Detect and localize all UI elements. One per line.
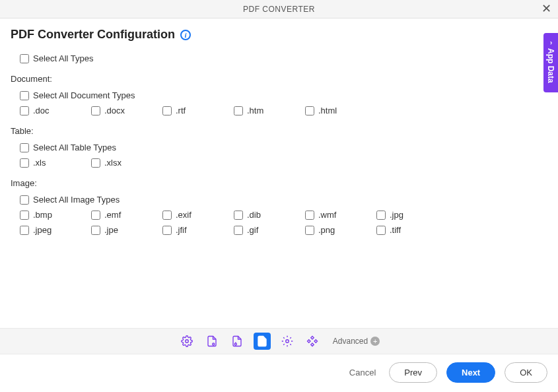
- type-label[interactable]: .bmp: [33, 210, 52, 220]
- ok-button[interactable]: OK: [505, 362, 547, 383]
- prev-button[interactable]: Prev: [389, 362, 437, 383]
- type-jpeg-checkbox[interactable]: [20, 226, 29, 235]
- page-title-text: PDF Converter Configuration: [11, 28, 175, 42]
- document-section-label: Document:: [11, 74, 547, 84]
- type-item: .wmf: [305, 210, 376, 220]
- svg-point-0: [186, 340, 189, 343]
- type-label[interactable]: .doc: [33, 106, 50, 115]
- type-label[interactable]: .png: [318, 225, 335, 235]
- type-label[interactable]: .rtf: [176, 106, 186, 115]
- type-label[interactable]: .xls: [33, 158, 46, 168]
- component-icon[interactable]: [304, 333, 321, 350]
- document-types-grid: .doc .docx .rtf .htm .html: [20, 106, 547, 115]
- dialog-title: PDF CONVERTER: [243, 5, 315, 14]
- type-label[interactable]: .emf: [104, 210, 121, 220]
- type-label[interactable]: .tiff: [390, 225, 401, 235]
- type-item: .docx: [91, 106, 162, 115]
- type-label[interactable]: .jpe: [104, 225, 118, 235]
- select-all-table-row: Select All Table Types: [20, 143, 547, 152]
- page-title: PDF Converter Configuration i: [11, 28, 547, 42]
- type-jpe-checkbox[interactable]: [91, 226, 100, 235]
- dialog-header: PDF CONVERTER ✕: [0, 0, 558, 18]
- close-icon[interactable]: ✕: [541, 3, 551, 15]
- select-all-table-checkbox[interactable]: [20, 143, 29, 152]
- type-dib-checkbox[interactable]: [234, 211, 243, 220]
- file-gear-icon[interactable]: [203, 333, 221, 350]
- type-exif-checkbox[interactable]: [162, 211, 172, 220]
- type-rtf-checkbox[interactable]: [162, 106, 172, 115]
- type-item: .xlsx: [91, 158, 162, 168]
- type-label[interactable]: .gif: [247, 225, 258, 235]
- gear-icon[interactable]: [178, 333, 195, 350]
- type-label[interactable]: .exif: [176, 210, 192, 220]
- type-item: .doc: [20, 106, 91, 115]
- select-all-types-checkbox[interactable]: [20, 54, 29, 63]
- type-label[interactable]: .docx: [104, 106, 125, 115]
- type-item: .gif: [234, 225, 305, 235]
- type-jpg-checkbox[interactable]: [376, 211, 386, 220]
- type-item: .emf: [91, 210, 162, 220]
- select-all-types-row: Select All Types: [20, 53, 547, 63]
- type-item: .html: [305, 106, 376, 115]
- file-settings-icon[interactable]: [228, 333, 246, 350]
- type-jfif-checkbox[interactable]: [162, 226, 172, 235]
- type-emf-checkbox[interactable]: [91, 211, 100, 220]
- select-all-image-label[interactable]: Select All Image Types: [33, 195, 120, 205]
- type-item: .jfif: [162, 225, 234, 235]
- type-xls-checkbox[interactable]: [20, 158, 29, 168]
- type-label[interactable]: .dib: [247, 210, 261, 220]
- type-htm-checkbox[interactable]: [234, 106, 243, 115]
- advanced-toggle[interactable]: Advanced +: [333, 337, 380, 346]
- bottom-section: PDF Advanced + Cancel Prev Next OK: [0, 328, 558, 392]
- type-docx-checkbox[interactable]: [91, 106, 100, 115]
- select-all-image-checkbox[interactable]: [20, 195, 29, 205]
- type-wmf-checkbox[interactable]: [305, 211, 314, 220]
- info-icon[interactable]: i: [180, 30, 191, 40]
- type-item: .jpg: [376, 210, 448, 220]
- svg-point-1: [213, 343, 215, 345]
- select-all-document-label[interactable]: Select All Document Types: [33, 90, 135, 100]
- type-label[interactable]: .jfif: [176, 225, 187, 235]
- svg-text:PDF: PDF: [260, 342, 265, 344]
- svg-point-4: [286, 340, 289, 343]
- type-item: .xls: [20, 158, 91, 168]
- gear-small-icon[interactable]: [279, 333, 296, 350]
- type-item: .bmp: [20, 210, 91, 220]
- type-label[interactable]: .xlsx: [104, 158, 122, 168]
- select-all-table-label[interactable]: Select All Table Types: [33, 143, 116, 152]
- type-item: .dib: [234, 210, 305, 220]
- type-label[interactable]: .wmf: [318, 210, 336, 220]
- type-gif-checkbox[interactable]: [234, 226, 243, 235]
- image-section-label: Image:: [11, 178, 547, 188]
- select-all-types-label[interactable]: Select All Types: [33, 53, 94, 63]
- type-label[interactable]: .htm: [247, 106, 263, 115]
- type-item: .exif: [162, 210, 234, 220]
- image-types-grid: .bmp .emf .exif .dib .wmf .jpg .jpeg .j: [20, 210, 547, 235]
- dialog-footer: Cancel Prev Next OK: [0, 354, 558, 392]
- type-label[interactable]: .jpeg: [33, 225, 52, 235]
- cancel-button[interactable]: Cancel: [349, 368, 376, 377]
- type-xlsx-checkbox[interactable]: [91, 158, 100, 168]
- next-button[interactable]: Next: [446, 362, 495, 383]
- type-tiff-checkbox[interactable]: [376, 226, 386, 235]
- type-item: .jpeg: [20, 225, 91, 235]
- type-doc-checkbox[interactable]: [20, 106, 29, 115]
- type-item: .rtf: [162, 106, 234, 115]
- app-data-side-tab[interactable]: ‹ App Data: [543, 33, 558, 92]
- type-item: .tiff: [376, 225, 448, 235]
- plus-icon: +: [370, 337, 380, 346]
- type-html-checkbox[interactable]: [305, 106, 314, 115]
- type-bmp-checkbox[interactable]: [20, 211, 29, 220]
- svg-point-2: [234, 343, 236, 345]
- type-item: .png: [305, 225, 376, 235]
- select-all-document-row: Select All Document Types: [20, 90, 547, 100]
- pdf-icon[interactable]: PDF: [254, 333, 271, 350]
- type-label[interactable]: .html: [318, 106, 337, 115]
- type-label[interactable]: .jpg: [390, 210, 403, 220]
- wizard-toolbar: PDF Advanced +: [0, 328, 558, 354]
- select-all-document-checkbox[interactable]: [20, 91, 29, 100]
- type-png-checkbox[interactable]: [305, 226, 314, 235]
- type-item: .jpe: [91, 225, 162, 235]
- table-types-grid: .xls .xlsx: [20, 158, 547, 168]
- content-area: PDF Converter Configuration i Select All…: [0, 18, 558, 242]
